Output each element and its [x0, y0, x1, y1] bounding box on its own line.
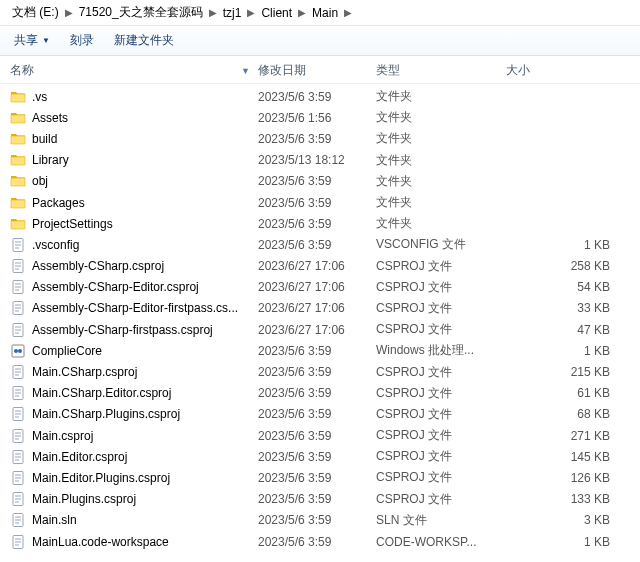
cell-date: 2023/5/6 3:59: [258, 90, 376, 104]
column-type[interactable]: 类型: [376, 62, 506, 79]
table-row[interactable]: Main.csproj2023/5/6 3:59CSPROJ 文件271 KB: [0, 425, 640, 446]
table-row[interactable]: MainLua.code-workspace2023/5/6 3:59CODE-…: [0, 531, 640, 552]
table-row[interactable]: Main.sln2023/5/6 3:59SLN 文件3 KB: [0, 510, 640, 531]
cell-date: 2023/6/27 17:06: [258, 259, 376, 273]
cell-name: ComplieCore: [10, 343, 258, 359]
file-name: .vsconfig: [32, 238, 79, 252]
table-row[interactable]: Main.Editor.csproj2023/5/6 3:59CSPROJ 文件…: [0, 446, 640, 467]
table-row[interactable]: Main.CSharp.csproj2023/5/6 3:59CSPROJ 文件…: [0, 361, 640, 382]
cell-name: build: [10, 131, 258, 147]
folder-icon: [10, 152, 26, 168]
cell-type: CSPROJ 文件: [376, 300, 506, 317]
cell-name: Main.sln: [10, 512, 258, 528]
cell-size: 33 KB: [506, 301, 630, 315]
new-folder-button[interactable]: 新建文件夹: [114, 32, 174, 49]
chevron-right-icon[interactable]: ▶: [342, 7, 354, 18]
table-row[interactable]: .vs2023/5/6 3:59文件夹: [0, 86, 640, 107]
cell-type: 文件夹: [376, 130, 506, 147]
cell-name: Library: [10, 152, 258, 168]
cell-type: 文件夹: [376, 173, 506, 190]
cell-size: 61 KB: [506, 386, 630, 400]
folder-icon: [10, 173, 26, 189]
cell-type: SLN 文件: [376, 512, 506, 529]
cell-type: CSPROJ 文件: [376, 406, 506, 423]
crumb-0[interactable]: 文档 (E:): [8, 4, 63, 21]
cell-date: 2023/5/6 3:59: [258, 535, 376, 549]
cell-type: CSPROJ 文件: [376, 385, 506, 402]
chevron-right-icon[interactable]: ▶: [296, 7, 308, 18]
cell-size: 47 KB: [506, 323, 630, 337]
file-name: Assembly-CSharp.csproj: [32, 259, 164, 273]
table-row[interactable]: .vsconfig2023/5/6 3:59VSCONFIG 文件1 KB: [0, 234, 640, 255]
burn-button[interactable]: 刻录: [70, 32, 94, 49]
cell-name: Assembly-CSharp-firstpass.csproj: [10, 322, 258, 338]
cell-name: ProjectSettings: [10, 216, 258, 232]
file-icon: [10, 279, 26, 295]
cell-date: 2023/5/6 3:59: [258, 407, 376, 421]
toolbar: 共享 ▼ 刻录 新建文件夹: [0, 26, 640, 56]
chevron-right-icon[interactable]: ▶: [245, 7, 257, 18]
cell-name: .vsconfig: [10, 237, 258, 253]
table-row[interactable]: Main.CSharp.Plugins.csproj2023/5/6 3:59C…: [0, 404, 640, 425]
table-row[interactable]: Assembly-CSharp-Editor.csproj2023/6/27 1…: [0, 277, 640, 298]
cell-type: 文件夹: [376, 152, 506, 169]
cell-date: 2023/5/6 3:59: [258, 386, 376, 400]
crumb-3[interactable]: Client: [257, 6, 296, 20]
share-button[interactable]: 共享 ▼: [14, 32, 50, 49]
cell-name: Assets: [10, 110, 258, 126]
table-row[interactable]: Assembly-CSharp.csproj2023/6/27 17:06CSP…: [0, 256, 640, 277]
chevron-right-icon[interactable]: ▶: [207, 7, 219, 18]
cell-size: 1 KB: [506, 535, 630, 549]
column-date[interactable]: 修改日期: [258, 62, 376, 79]
table-row[interactable]: Main.CSharp.Editor.csproj2023/5/6 3:59CS…: [0, 383, 640, 404]
column-size[interactable]: 大小: [506, 62, 630, 79]
sort-arrow-icon: ▼: [241, 66, 250, 76]
cell-date: 2023/6/27 17:06: [258, 323, 376, 337]
table-row[interactable]: Assembly-CSharp-Editor-firstpass.cs...20…: [0, 298, 640, 319]
file-name: Main.Editor.csproj: [32, 450, 127, 464]
cell-size: 271 KB: [506, 429, 630, 443]
file-name: ComplieCore: [32, 344, 102, 358]
table-row[interactable]: ProjectSettings2023/5/6 3:59文件夹: [0, 213, 640, 234]
crumb-2[interactable]: tzj1: [219, 6, 246, 20]
column-name[interactable]: 名称 ▼: [10, 62, 258, 79]
table-row[interactable]: Main.Editor.Plugins.csproj2023/5/6 3:59C…: [0, 467, 640, 488]
table-row[interactable]: Library2023/5/13 18:12文件夹: [0, 150, 640, 171]
file-icon: [10, 322, 26, 338]
crumb-4[interactable]: Main: [308, 6, 342, 20]
file-name: Main.CSharp.Editor.csproj: [32, 386, 171, 400]
table-row[interactable]: build2023/5/6 3:59文件夹: [0, 128, 640, 149]
cell-date: 2023/6/27 17:06: [258, 280, 376, 294]
table-row[interactable]: Assembly-CSharp-firstpass.csproj2023/6/2…: [0, 319, 640, 340]
file-name: Main.sln: [32, 513, 77, 527]
cell-size: 126 KB: [506, 471, 630, 485]
file-icon: [10, 470, 26, 486]
file-name: Assembly-CSharp-firstpass.csproj: [32, 323, 213, 337]
cell-name: .vs: [10, 89, 258, 105]
folder-icon: [10, 89, 26, 105]
cell-date: 2023/5/6 3:59: [258, 174, 376, 188]
file-name: Main.CSharp.Plugins.csproj: [32, 407, 180, 421]
cell-type: Windows 批处理...: [376, 342, 506, 359]
crumb-1[interactable]: 71520_天之禁全套源码: [75, 4, 207, 21]
file-name: MainLua.code-workspace: [32, 535, 169, 549]
file-icon: [10, 491, 26, 507]
chevron-right-icon[interactable]: ▶: [63, 7, 75, 18]
cell-name: Main.CSharp.Editor.csproj: [10, 385, 258, 401]
file-icon: [10, 428, 26, 444]
table-row[interactable]: ComplieCore2023/5/6 3:59Windows 批处理...1 …: [0, 340, 640, 361]
cell-type: CSPROJ 文件: [376, 448, 506, 465]
breadcrumb[interactable]: 文档 (E:) ▶ 71520_天之禁全套源码 ▶ tzj1 ▶ Client …: [0, 0, 640, 26]
folder-icon: [10, 131, 26, 147]
cell-date: 2023/6/27 17:06: [258, 301, 376, 315]
cell-type: CSPROJ 文件: [376, 491, 506, 508]
cell-size: 54 KB: [506, 280, 630, 294]
table-row[interactable]: Packages2023/5/6 3:59文件夹: [0, 192, 640, 213]
cell-date: 2023/5/6 3:59: [258, 217, 376, 231]
table-row[interactable]: Main.Plugins.csproj2023/5/6 3:59CSPROJ 文…: [0, 489, 640, 510]
cell-size: 68 KB: [506, 407, 630, 421]
table-row[interactable]: Assets2023/5/6 1:56文件夹: [0, 107, 640, 128]
file-icon: [10, 300, 26, 316]
table-row[interactable]: obj2023/5/6 3:59文件夹: [0, 171, 640, 192]
share-label: 共享: [14, 32, 38, 49]
